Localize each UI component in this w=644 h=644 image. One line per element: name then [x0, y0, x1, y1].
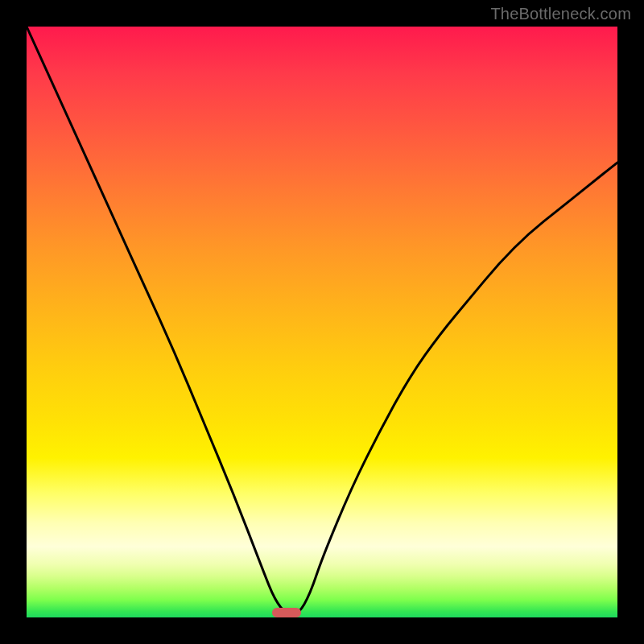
- chart-frame: TheBottleneck.com: [0, 0, 644, 644]
- minimum-marker: [272, 608, 302, 617]
- plot-area: [27, 27, 617, 617]
- watermark-text: TheBottleneck.com: [490, 5, 631, 23]
- bottleneck-curve: [27, 27, 617, 617]
